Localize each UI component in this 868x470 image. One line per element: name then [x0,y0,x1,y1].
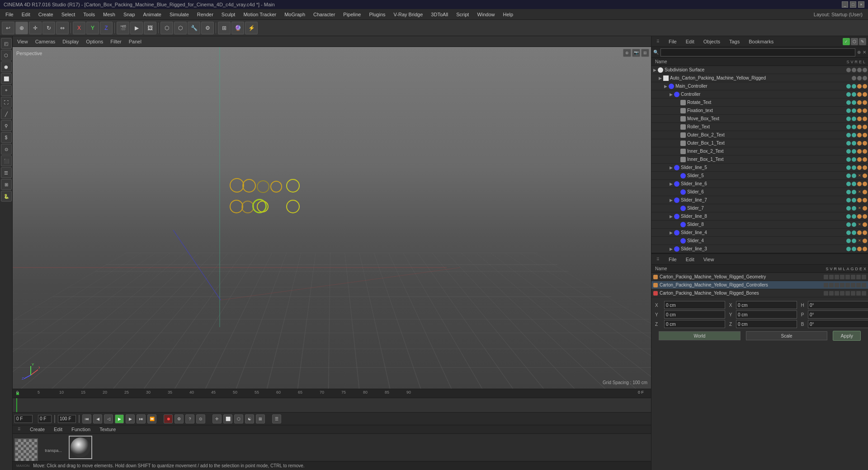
add-key-btn[interactable]: ✛ [212,414,222,423]
obj-row-controller[interactable]: ▶ Controller [651,90,868,99]
obj-row-fixation-text[interactable]: Fixation_text [651,107,868,115]
y-axis-btn[interactable]: Y [86,22,99,34]
mat-menu-create[interactable]: Create [27,426,47,432]
menu-tools[interactable]: Tools [80,11,99,18]
key-scale-btn[interactable]: ⊞ [256,414,265,423]
obj-row-sliderline3[interactable]: ▶ Slider_line_3 [651,245,868,253]
obj-menu-tags[interactable]: Tags [726,38,742,45]
go-start-btn[interactable]: ⏮ [82,414,91,423]
menu-render[interactable]: Render [193,11,217,18]
left-tool-4[interactable]: ⬜ [1,73,12,84]
obj-row-sliderline5[interactable]: ▶ Slider_line_5 [651,164,868,172]
quantize-btn[interactable]: ⚡ [245,22,258,34]
obj-row-slider7[interactable]: Slider_7 ✕ [651,204,868,212]
play-btn[interactable]: ▶ [115,414,124,423]
left-tool-6[interactable]: ⛶ [1,97,12,108]
menu-mesh[interactable]: Mesh [99,11,119,18]
mat-menu-edit[interactable]: Edit [51,426,65,432]
snap-btn[interactable]: 🔮 [231,22,244,34]
key-sel-btn[interactable]: ⬡ [234,414,243,423]
timeline-track[interactable] [13,398,651,412]
obj-row-outerbox1-text[interactable]: Outer_Box_1_Text [651,139,868,147]
key-btn[interactable]: ? [185,414,194,423]
obj-menu-file[interactable]: File [666,38,679,45]
menu-vray[interactable]: V-Ray Bridge [390,11,427,18]
material-thumb-1[interactable] [14,438,38,462]
obj-menu-bookmarks[interactable]: Bookmarks [746,38,776,45]
maximize-button[interactable]: □ [850,1,856,8]
minimize-button[interactable]: _ [842,1,848,8]
size-x-input[interactable] [736,301,797,309]
material-toolbar-grip[interactable]: ⠿ [14,425,24,433]
size-z-input[interactable] [736,320,797,328]
viewport-menu-display[interactable]: Display [60,38,81,45]
layer-row-controllers[interactable]: Carton_Packing_Machine_Yellow_Rigged_Con… [651,281,868,289]
menu-create[interactable]: Create [35,11,57,18]
next-frame-btn[interactable]: ▶ [126,414,135,423]
obj-row-innerbox2-text[interactable]: Inner_Box_2_Text [651,147,868,155]
obj-row-main-controller[interactable]: ▶ Main_Controller [651,82,868,90]
left-tool-9[interactable]: $ [1,132,12,143]
settings-btn[interactable]: ⚙ [201,22,214,34]
menu-script[interactable]: Script [453,11,472,18]
obj-row-subdivision-surface[interactable]: ▶ Subdivision Surface [651,66,868,74]
obj-row-sliderline8[interactable]: ▶ Slider_line_8 [651,212,868,221]
undo-button[interactable]: ↩ [2,22,14,34]
object-search-input[interactable] [660,48,855,56]
obj-gray-icon[interactable]: ⬡ [851,38,858,45]
obj-row-slider4[interactable]: Slider_4 ✕ [651,237,868,245]
menu-simulate[interactable]: Simulate [166,11,193,18]
close-button[interactable]: × [858,1,864,8]
render-preview-btn[interactable]: 🎬 [117,22,129,34]
menu-motion-tracker[interactable]: Motion Tracker [240,11,280,18]
menu-file[interactable]: File [2,11,17,18]
world-mode-btn[interactable]: World [659,331,741,340]
record-btn[interactable]: ⏺ [164,414,173,423]
bottom-menu-view[interactable]: View [701,256,717,263]
ctrl-circle-10[interactable] [286,200,300,213]
render-btn[interactable]: ▶ [130,22,143,34]
left-tool-7[interactable]: ╱ [1,108,12,119]
left-tool-8[interactable]: ⚲ [1,120,12,131]
viewport-expand-btn[interactable]: ⊕ [623,49,631,57]
obj-row-auto-carton[interactable]: ▶ Auto_Carton_Packing_Machine_Yellow_Rig… [651,74,868,82]
render-to-picture-btn[interactable]: 🖼 [144,22,156,34]
obj-menu-objects[interactable]: Objects [701,38,723,45]
obj-menu-edit[interactable]: Edit [683,38,697,45]
menu-3dtoall[interactable]: 3DToAll [427,11,452,18]
x-axis-btn[interactable]: X [73,22,85,34]
obj-row-innerbox1-text[interactable]: Inner_Box_1_Text [651,155,868,164]
layer-row-geometry[interactable]: Carton_Packing_Machine_Yellow_Rigged_Geo… [651,273,868,281]
autokey-btn[interactable]: ⚙ [175,414,184,423]
rotate-button[interactable]: ↻ [42,22,55,34]
menu-snap[interactable]: Snap [120,11,139,18]
mat-menu-texture[interactable]: Texture [97,426,118,432]
layer-row-bones[interactable]: Carton_Packing_Machine_Yellow_Rigged_Bon… [651,289,868,297]
menu-select[interactable]: Select [58,11,79,18]
obj-row-outerbox2-text[interactable]: Outer_Box_2_Text [651,131,868,139]
obj-row-sliderline6[interactable]: ▶ Slider_line_6 [651,180,868,188]
frame-input-2[interactable] [38,415,52,423]
motion-path-btn[interactable]: ⊙ [196,414,205,423]
viewport-layout-btn[interactable]: ⊞ [641,49,649,57]
bottom-menu-edit[interactable]: Edit [683,256,697,263]
menu-character[interactable]: Character [310,11,339,18]
left-tool-1[interactable]: ◰ [1,38,12,49]
del-key-btn[interactable]: ⬜ [223,414,232,423]
pos-x-input[interactable] [664,301,725,309]
rigging-mode-btn[interactable]: 🔧 [188,22,200,34]
obj-row-sliderline4[interactable]: ▶ Slider_line_4 [651,229,868,237]
viewport-menu-options[interactable]: Options [83,38,106,45]
rot-p-input[interactable] [808,310,868,319]
viewport-menu-view[interactable]: View [14,38,31,45]
viewport-menu-cameras[interactable]: Cameras [33,38,58,45]
obj-row-roller-text[interactable]: Roller_Text [651,123,868,131]
obj-row-sliderline7[interactable]: ▶ Slider_line_7 [651,196,868,204]
z-axis-btn[interactable]: Z [100,22,113,34]
live-select-button[interactable]: ⊕ [15,22,28,34]
menu-mograph[interactable]: MoGraph [281,11,309,18]
viewport-menu-filter[interactable]: Filter [108,38,124,45]
scale-mode-btn[interactable]: Scale [746,331,828,340]
obj-row-slider8[interactable]: Slider_8 ✕ [651,221,868,229]
menu-animate[interactable]: Animate [140,11,165,18]
